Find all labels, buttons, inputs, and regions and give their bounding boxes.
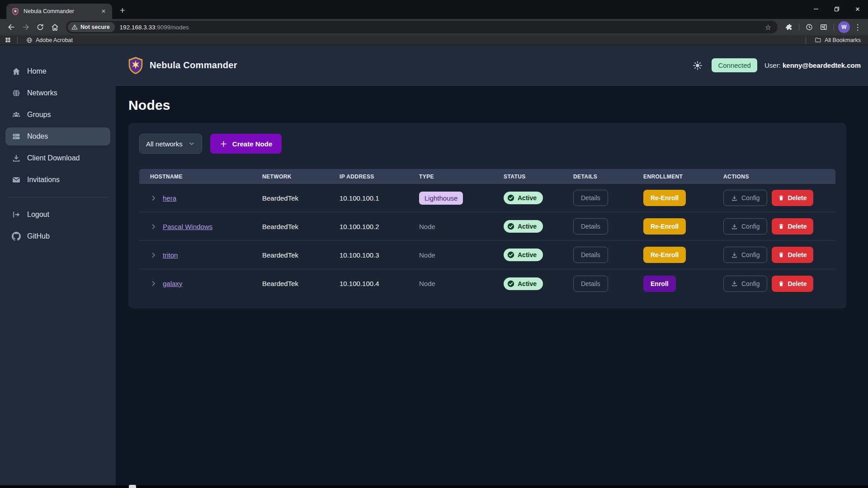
table-row: Pascal Windows BeardedTek 10.100.100.2 N… bbox=[139, 212, 835, 241]
col-type: TYPE bbox=[419, 174, 504, 180]
user-info: User: kenny@beardedtek.com bbox=[764, 61, 861, 69]
tab-close-icon[interactable]: ✕ bbox=[99, 7, 108, 15]
nodes-table: HOSTNAME NETWORK IP ADDRESS TYPE STATUS … bbox=[139, 169, 835, 298]
details-button[interactable]: Details bbox=[573, 218, 608, 235]
download-icon bbox=[731, 195, 738, 202]
sidebar-item-groups[interactable]: Groups bbox=[5, 106, 110, 124]
hostname-link[interactable]: galaxy bbox=[163, 280, 182, 287]
details-button[interactable]: Details bbox=[573, 276, 608, 292]
sidebar-item-label: Groups bbox=[27, 111, 51, 119]
col-details: DETAILS bbox=[573, 174, 643, 180]
nodes-card: All networks Create Node HOSTNAME NETWOR… bbox=[128, 123, 846, 309]
sidebar-item-label: GitHub bbox=[27, 232, 50, 240]
col-status: STATUS bbox=[504, 174, 573, 180]
config-button[interactable]: Config bbox=[723, 276, 767, 292]
trash-icon bbox=[778, 252, 784, 258]
apps-grid-icon[interactable] bbox=[5, 37, 11, 43]
network-filter-select[interactable]: All networks bbox=[139, 134, 202, 154]
window-minimize-button[interactable] bbox=[806, 0, 826, 18]
browser-toolbar: Not secure 192.168.3.33:9099/nodes ☆ W ⋮ bbox=[0, 19, 868, 35]
delete-button[interactable]: Delete bbox=[772, 190, 813, 206]
sidebar-item-nodes[interactable]: Nodes bbox=[5, 127, 110, 145]
app-window: Home Networks Groups Nodes Client Downlo… bbox=[0, 45, 868, 485]
back-icon[interactable] bbox=[5, 20, 18, 34]
sidebar-item-logout[interactable]: Logout bbox=[5, 206, 110, 224]
home-icon[interactable] bbox=[48, 20, 61, 34]
sidebar-divider bbox=[7, 197, 108, 197]
sidebar-item-label: Invitations bbox=[27, 176, 60, 184]
download-icon bbox=[731, 280, 738, 287]
config-button[interactable]: Config bbox=[723, 247, 767, 263]
sidebar-item-invitations[interactable]: Invitations bbox=[5, 171, 110, 189]
sidebar-item-label: Nodes bbox=[27, 132, 48, 141]
side-panel-icon[interactable] bbox=[817, 20, 830, 34]
expand-chevron-icon[interactable] bbox=[150, 280, 157, 287]
network-value: BeardedTek bbox=[262, 251, 298, 259]
brand-title: Nebula Commander bbox=[150, 60, 237, 70]
new-tab-button[interactable]: + bbox=[116, 4, 129, 17]
download-icon bbox=[12, 154, 21, 163]
delete-button[interactable]: Delete bbox=[772, 218, 813, 235]
window-bottom-edge bbox=[0, 485, 868, 488]
sidebar-item-client-download[interactable]: Client Download bbox=[5, 149, 110, 167]
extensions-puzzle-icon[interactable] bbox=[782, 20, 796, 34]
url-text: 192.168.3.33:9099/nodes bbox=[120, 24, 189, 31]
browser-menu-icon[interactable]: ⋮ bbox=[852, 21, 863, 33]
globe-icon bbox=[12, 89, 21, 98]
all-bookmarks-button[interactable]: All Bookmarks bbox=[812, 36, 863, 45]
bookmarks-separator bbox=[17, 37, 18, 44]
browser-tab[interactable]: Nebula Commander ✕ bbox=[6, 4, 112, 19]
check-circle-icon bbox=[507, 280, 514, 287]
hostname-link[interactable]: triton bbox=[163, 251, 178, 259]
sidebar-item-networks[interactable]: Networks bbox=[5, 84, 110, 102]
forward-icon[interactable] bbox=[19, 20, 33, 34]
window-close-button[interactable]: ✕ bbox=[847, 0, 868, 18]
details-button[interactable]: Details bbox=[573, 247, 608, 263]
create-node-button[interactable]: Create Node bbox=[210, 134, 282, 154]
enrollment-button[interactable]: Enroll bbox=[643, 276, 676, 292]
ip-address-value: 10.100.100.2 bbox=[340, 223, 379, 230]
type-badge: Node bbox=[419, 251, 435, 259]
github-icon bbox=[12, 232, 21, 241]
enrollment-button[interactable]: Re-Enroll bbox=[643, 190, 686, 206]
browser-tab-strip: Nebula Commander ✕ + ✕ bbox=[0, 0, 868, 19]
window-restore-button[interactable] bbox=[826, 0, 847, 18]
bookmark-item[interactable]: Adobe Acrobat bbox=[24, 36, 75, 45]
bookmark-star-icon[interactable]: ☆ bbox=[762, 21, 774, 33]
enrollment-button[interactable]: Re-Enroll bbox=[643, 218, 686, 235]
profile-avatar[interactable]: W bbox=[838, 21, 850, 33]
type-badge: Lighthouse bbox=[419, 192, 463, 205]
status-badge: Active bbox=[504, 277, 543, 290]
brand-shield-logo bbox=[127, 56, 144, 75]
col-enrollment: ENROLLMENT bbox=[643, 174, 723, 180]
sidebar-item-label: Logout bbox=[27, 211, 49, 219]
table-row: galaxy BeardedTek 10.100.100.4 Node Acti… bbox=[139, 269, 835, 298]
config-button[interactable]: Config bbox=[723, 218, 767, 235]
sidebar-item-github[interactable]: GitHub bbox=[5, 227, 110, 245]
expand-chevron-icon[interactable] bbox=[150, 195, 157, 202]
config-button[interactable]: Config bbox=[723, 190, 767, 206]
delete-button[interactable]: Delete bbox=[772, 247, 813, 263]
delete-button[interactable]: Delete bbox=[772, 276, 813, 292]
expand-chevron-icon[interactable] bbox=[150, 252, 157, 258]
expand-chevron-icon[interactable] bbox=[150, 223, 157, 230]
enrollment-button[interactable]: Re-Enroll bbox=[643, 247, 686, 263]
site-security-chip[interactable]: Not secure bbox=[68, 22, 115, 32]
ip-address-value: 10.100.100.4 bbox=[340, 280, 379, 287]
check-circle-icon bbox=[507, 223, 514, 230]
tab-title: Nebula Commander bbox=[24, 8, 95, 14]
hostname-link[interactable]: hera bbox=[163, 194, 176, 202]
sidebar-item-home[interactable]: Home bbox=[5, 62, 110, 80]
details-button[interactable]: Details bbox=[573, 190, 608, 206]
table-header-row: HOSTNAME NETWORK IP ADDRESS TYPE STATUS … bbox=[139, 169, 835, 184]
ip-address-value: 10.100.100.1 bbox=[340, 194, 379, 202]
hostname-link[interactable]: Pascal Windows bbox=[163, 223, 212, 230]
address-bar[interactable]: Not secure 192.168.3.33:9099/nodes ☆ bbox=[66, 21, 778, 33]
reload-icon[interactable] bbox=[33, 20, 47, 34]
theme-toggle-sun-icon[interactable] bbox=[693, 60, 704, 71]
bookmarks-separator bbox=[806, 37, 806, 44]
network-value: BeardedTek bbox=[262, 223, 298, 230]
mail-icon bbox=[12, 175, 21, 184]
history-icon[interactable] bbox=[802, 20, 816, 34]
toolbar-separator bbox=[834, 23, 834, 31]
